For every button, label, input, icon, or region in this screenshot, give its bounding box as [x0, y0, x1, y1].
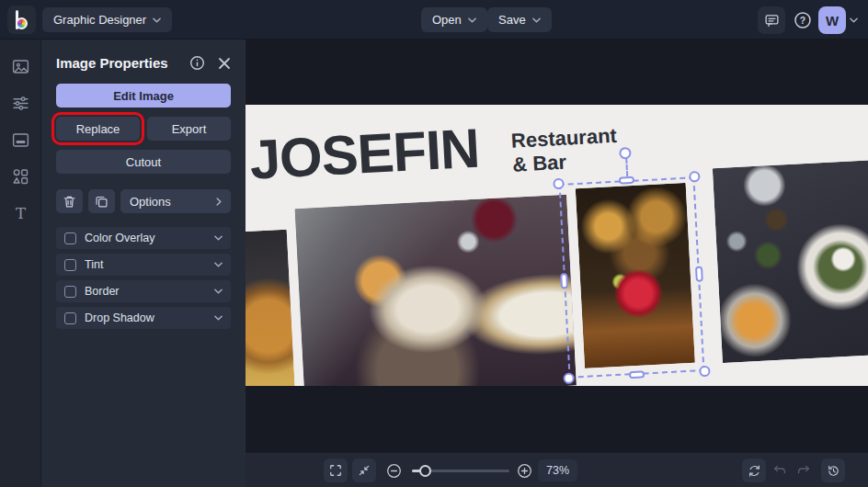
- chevron-down-icon[interactable]: [214, 315, 223, 321]
- text-icon: T: [11, 204, 30, 223]
- chevron-down-icon: [532, 17, 541, 23]
- whiskey-glass-photo[interactable]: [246, 230, 296, 386]
- sidebar-item-graphics[interactable]: [4, 162, 37, 191]
- sliders-icon: [11, 94, 30, 113]
- cocktail-bar-photo[interactable]: [576, 183, 695, 368]
- chevron-down-icon[interactable]: [214, 289, 223, 294]
- design-subtitle-text[interactable]: Restaurant & Bar: [510, 124, 618, 177]
- zoom-out-button[interactable]: [382, 459, 405, 482]
- info-icon[interactable]: [189, 55, 205, 71]
- history-button[interactable]: [821, 459, 845, 482]
- delete-layer-button[interactable]: [56, 189, 83, 213]
- account-chevron-down-icon[interactable]: [850, 17, 858, 23]
- options-button[interactable]: Options: [120, 189, 231, 213]
- border-checkbox[interactable]: [64, 286, 76, 298]
- design-title-text[interactable]: JOSEFIN: [248, 117, 481, 192]
- feedback-button[interactable]: [758, 6, 785, 34]
- redo-button[interactable]: [792, 459, 816, 482]
- redo-icon: [796, 463, 811, 478]
- open-button-label: Open: [432, 13, 462, 27]
- zoom-in-button[interactable]: [512, 459, 536, 482]
- tools-sidebar: T: [0, 40, 41, 487]
- toggle-border[interactable]: Border: [56, 280, 231, 302]
- layout-icon: [11, 130, 30, 150]
- sidebar-item-text[interactable]: T: [4, 198, 37, 228]
- save-button[interactable]: Save: [487, 7, 552, 32]
- toggle-tint[interactable]: Tint: [56, 254, 231, 276]
- cutout-button[interactable]: Cutout: [56, 150, 231, 174]
- duplicate-layer-button[interactable]: [88, 189, 115, 213]
- fit-screen-icon: [358, 464, 371, 477]
- logo-b-glyph: [15, 10, 29, 30]
- restaurant-table-photo[interactable]: [295, 195, 577, 386]
- chevron-down-icon: [468, 17, 476, 23]
- toggle-color-overlay[interactable]: Color Overlay: [56, 227, 231, 249]
- sidebar-item-templates[interactable]: [4, 125, 37, 154]
- sidebar-item-edit[interactable]: [4, 88, 37, 118]
- save-button-label: Save: [498, 13, 526, 27]
- close-icon[interactable]: [218, 57, 231, 70]
- toggle-label: Tint: [85, 258, 214, 271]
- chevron-down-icon[interactable]: [214, 262, 223, 267]
- edit-image-button[interactable]: Edit Image: [56, 84, 231, 108]
- replace-button[interactable]: Replace: [56, 117, 140, 141]
- undo-icon: [772, 463, 787, 478]
- chevron-down-icon[interactable]: [214, 235, 223, 241]
- avatar[interactable]: W: [818, 6, 846, 34]
- toggle-label: Color Overlay: [85, 232, 214, 244]
- shapes-icon: [11, 167, 30, 187]
- chevron-down-icon: [153, 17, 161, 23]
- export-button[interactable]: Export: [147, 117, 231, 141]
- image-icon: [11, 57, 30, 76]
- zoom-level-value[interactable]: 73%: [538, 459, 577, 481]
- image-properties-panel: Image Properties Edit Image Replace Expo…: [41, 40, 246, 487]
- chat-icon: [764, 13, 780, 28]
- fit-to-screen-button[interactable]: [352, 459, 376, 482]
- color-overlay-checkbox[interactable]: [64, 232, 76, 244]
- drop-shadow-checkbox[interactable]: [64, 312, 76, 324]
- zoom-out-icon: [386, 463, 402, 479]
- canvas-toolbar: 73%: [246, 452, 868, 487]
- avatar-initial: W: [826, 13, 839, 28]
- toggle-drop-shadow[interactable]: Drop Shadow: [56, 307, 231, 329]
- befunky-logo[interactable]: [7, 6, 36, 34]
- options-button-label: Options: [130, 195, 171, 209]
- design-artboard[interactable]: JOSEFIN Restaurant & Bar: [246, 105, 868, 386]
- refresh-icon: [748, 464, 761, 478]
- open-button[interactable]: Open: [421, 7, 487, 32]
- tint-checkbox[interactable]: [64, 259, 76, 271]
- svg-text:?: ?: [800, 15, 805, 26]
- toggle-label: Border: [85, 285, 214, 298]
- zoom-slider-handle[interactable]: [419, 465, 431, 477]
- fullscreen-icon: [329, 464, 342, 477]
- help-icon: ?: [794, 11, 812, 29]
- trash-icon: [63, 195, 76, 209]
- chevron-right-icon: [216, 198, 222, 206]
- fullscreen-button[interactable]: [324, 459, 348, 482]
- mode-selector-button[interactable]: Graphic Designer: [42, 7, 172, 32]
- panel-title: Image Properties: [56, 55, 177, 71]
- zoom-in-icon: [517, 463, 532, 479]
- design-canvas[interactable]: JOSEFIN Restaurant & Bar: [246, 40, 868, 487]
- top-bar: Graphic Designer Open Save ?: [0, 0, 868, 40]
- mode-selector-label: Graphic Designer: [53, 13, 146, 27]
- help-button[interactable]: ?: [789, 6, 817, 34]
- sidebar-item-image-manager[interactable]: [4, 51, 37, 81]
- zoom-slider[interactable]: [412, 470, 509, 472]
- overhead-dishes-photo[interactable]: [713, 160, 868, 363]
- toggle-label: Drop Shadow: [85, 311, 214, 324]
- undo-button[interactable]: [768, 459, 792, 482]
- svg-text:T: T: [15, 204, 25, 221]
- duplicate-icon: [95, 195, 108, 209]
- history-icon: [827, 464, 840, 478]
- reset-zoom-button[interactable]: [742, 459, 766, 482]
